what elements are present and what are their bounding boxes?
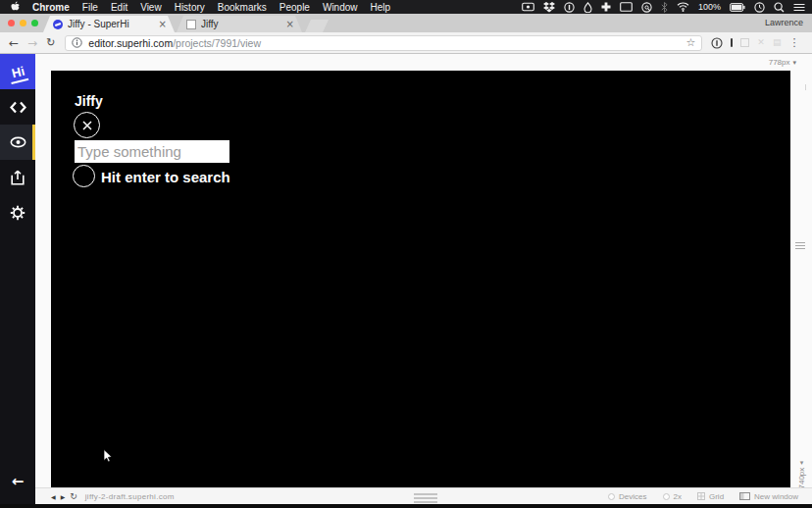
- devices-label: Devices: [619, 492, 646, 501]
- devices-toggle-dot: [608, 493, 615, 500]
- onepassword-extension-icon[interactable]: [711, 37, 723, 49]
- sidebar-item-settings[interactable]: [0, 195, 35, 230]
- superhi-logo[interactable]: Hi: [0, 54, 35, 89]
- extension-icons: ✕ ▤: [711, 37, 781, 49]
- canvas-width-control[interactable]: 778px ▾: [769, 58, 796, 67]
- back-button[interactable]: ←: [9, 37, 19, 49]
- tabs-row: Jiffy - SuperHi × Jiffy ×: [43, 16, 329, 32]
- grid-toggle[interactable]: Grid: [697, 492, 724, 501]
- menu-window[interactable]: Window: [323, 2, 358, 13]
- editor-sidebar: Hi ←: [0, 54, 35, 508]
- site-info-icon[interactable]: [72, 37, 82, 48]
- grid-label: Grid: [709, 492, 724, 501]
- bottom-drag-handle[interactable]: [414, 493, 437, 503]
- preview-back-button[interactable]: ◀: [51, 493, 56, 500]
- retina-toggle[interactable]: 2x: [663, 492, 682, 501]
- preview-nav: ◀ ▶ ↻: [51, 491, 77, 501]
- bottom-edge-strip: [0, 504, 812, 508]
- search-hint-circle: [73, 165, 95, 187]
- site-close-button[interactable]: [74, 112, 100, 138]
- profile-name[interactable]: Lawrence: [765, 18, 803, 27]
- canvas-resize-handle[interactable]: [795, 242, 805, 249]
- forward-button[interactable]: →: [27, 37, 37, 49]
- document-favicon: [186, 20, 196, 29]
- battery-icon[interactable]: [730, 3, 745, 12]
- extension-square-icon[interactable]: [740, 38, 749, 47]
- ruler-tick: [805, 84, 806, 90]
- menu-help[interactable]: Help: [371, 2, 391, 13]
- eye-icon: [10, 136, 26, 148]
- chevron-down-icon: ▾: [792, 59, 796, 67]
- site-preview-canvas: Jiffy Hit enter to search: [51, 71, 790, 487]
- url-text: editor.superhi.com/projects/7991/view: [88, 37, 261, 49]
- superhi-editor: Hi ← 778px ▾ Jiffy Hit enter to search 7…: [0, 54, 812, 508]
- apple-menu-icon[interactable]: [11, 1, 21, 13]
- tab-jiffy[interactable]: Jiffy ×: [177, 16, 302, 32]
- menu-history[interactable]: History: [175, 2, 205, 13]
- bluetooth-icon[interactable]: [661, 2, 668, 13]
- spotlight-search-icon[interactable]: [774, 2, 785, 13]
- new-window-label: New window: [754, 492, 798, 501]
- back-to-dashboard-button[interactable]: ←: [0, 467, 35, 496]
- chrome-toolbar: ← → ↻ editor.superhi.com/projects/7991/v…: [0, 32, 812, 54]
- preview-refresh-button[interactable]: ↻: [70, 491, 77, 501]
- search-hint-text: Hit enter to search: [101, 169, 230, 185]
- sidebar-item-share[interactable]: [0, 160, 35, 195]
- health-plus-icon[interactable]: [601, 2, 611, 12]
- status-icon-tray: 100%: [522, 2, 812, 13]
- window-manager-icon[interactable]: [620, 2, 633, 12]
- zoom-window-button[interactable]: [31, 20, 38, 26]
- battery-percent[interactable]: 100%: [698, 2, 721, 12]
- dropbox-icon[interactable]: [543, 2, 555, 13]
- sidebar-item-preview[interactable]: [0, 125, 35, 160]
- window-controls: [8, 20, 38, 26]
- retina-toggle-dot: [663, 493, 670, 500]
- bookmark-star-icon[interactable]: ☆: [685, 36, 695, 49]
- close-window-button[interactable]: [8, 20, 15, 26]
- menu-file[interactable]: File: [82, 2, 98, 13]
- code-icon: [10, 101, 26, 114]
- minimize-window-button[interactable]: [20, 20, 26, 26]
- mouse-cursor: [103, 449, 114, 463]
- canvas-height-value: 740px: [797, 468, 806, 489]
- menu-bookmarks[interactable]: Bookmarks: [218, 2, 267, 13]
- tab-jiffy-superhi[interactable]: Jiffy - SuperHi ×: [43, 16, 175, 32]
- new-window-icon: [739, 492, 750, 500]
- address-bar[interactable]: editor.superhi.com/projects/7991/view ☆: [65, 35, 702, 51]
- canvas-height-control[interactable]: 740px ▾: [797, 440, 806, 489]
- tab-close-icon[interactable]: ×: [286, 19, 294, 29]
- new-window-button[interactable]: New window: [739, 492, 798, 501]
- notification-center-icon[interactable]: [793, 3, 805, 12]
- menu-app-name[interactable]: Chrome: [32, 2, 70, 13]
- new-tab-button[interactable]: [305, 20, 329, 32]
- superhi-logo-text: Hi: [10, 63, 25, 80]
- extension-faded-icon[interactable]: ✕: [757, 38, 765, 47]
- tab-close-icon[interactable]: ×: [159, 19, 167, 29]
- chrome-menu-icon[interactable]: ⋮: [788, 36, 799, 49]
- menu-view[interactable]: View: [140, 2, 162, 13]
- devices-toggle[interactable]: Devices: [608, 492, 646, 501]
- wifi-icon[interactable]: [677, 2, 689, 12]
- sidebar-item-code[interactable]: [0, 89, 35, 125]
- clock-icon[interactable]: [754, 2, 765, 13]
- screen-record-icon[interactable]: [522, 2, 534, 12]
- menu-people[interactable]: People: [279, 2, 310, 13]
- menu-edit[interactable]: Edit: [111, 2, 127, 13]
- circle-q-icon[interactable]: [641, 2, 652, 13]
- site-heading: Jiffy: [75, 93, 103, 109]
- tab-title: Jiffy: [201, 19, 282, 29]
- chrome-tab-bar: Jiffy - SuperHi × Jiffy × Lawrence: [0, 14, 812, 32]
- close-x-icon: [82, 121, 92, 130]
- preview-url[interactable]: jiffy-2-draft.superhi.com: [85, 492, 175, 501]
- extension-faded-icon[interactable]: ▤: [773, 38, 782, 47]
- preview-forward-button[interactable]: ▶: [61, 493, 66, 500]
- search-input[interactable]: [75, 140, 229, 163]
- gear-icon: [10, 205, 25, 221]
- canvas-width-value: 778px: [769, 58, 790, 67]
- refresh-button[interactable]: ↻: [46, 37, 55, 48]
- extension-bar-icon[interactable]: [731, 38, 733, 47]
- url-path: /projects/7991/view: [173, 37, 261, 49]
- onepassword-icon[interactable]: [564, 2, 575, 13]
- macos-menu-bar: Chrome File Edit View History Bookmarks …: [0, 0, 812, 14]
- droplet-icon[interactable]: [584, 2, 592, 13]
